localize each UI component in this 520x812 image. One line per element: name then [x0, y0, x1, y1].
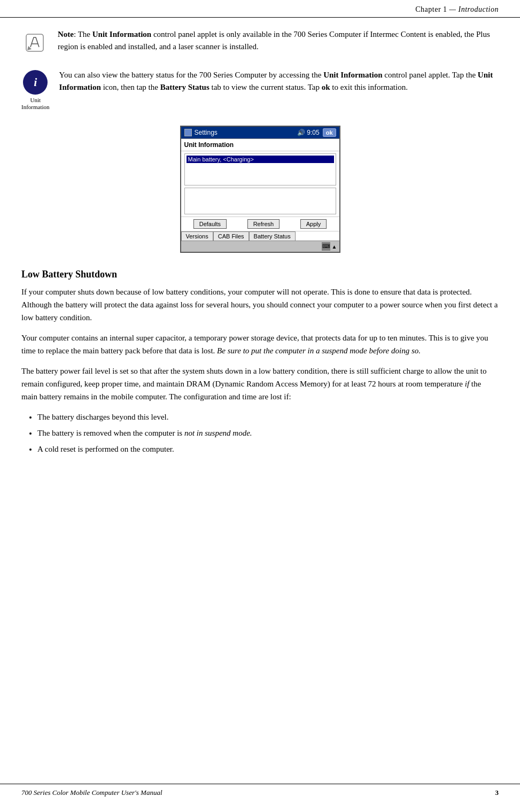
low-battery-para2: Your computer contains an internal super… — [21, 331, 499, 357]
header-separator: — — [447, 5, 459, 13]
titlebar-title: Settings — [195, 129, 218, 136]
bullet-item-1: The battery discharges beyond this level… — [37, 411, 499, 423]
pencil-icon — [23, 31, 46, 55]
note-block: Note: The Unit Information control panel… — [21, 28, 499, 56]
italic-text-1: Be sure to put the computer in a suspend… — [217, 346, 421, 355]
tab-cab-files[interactable]: CAB Files — [213, 231, 249, 241]
info-circle: i — [23, 70, 48, 95]
tab-spacer — [296, 231, 339, 241]
note-text: Note: The Unit Information control panel… — [58, 28, 499, 53]
page-header: Chapter 1 — Introduction — [0, 0, 520, 18]
empty-area — [184, 188, 336, 214]
button-row: Defaults Refresh Apply — [181, 216, 339, 231]
tab-battery-status[interactable]: Battery Status — [249, 231, 296, 241]
info-block: i UnitInformation You can also view the … — [21, 69, 499, 111]
bullet-item-2: The battery is removed when the computer… — [37, 427, 499, 439]
unit-info-title: Unit Information — [181, 139, 339, 151]
main-content: Note: The Unit Information control panel… — [0, 28, 520, 506]
ok-button[interactable]: ok — [323, 128, 336, 137]
bullet-list: The battery discharges beyond this level… — [37, 411, 499, 455]
info-bold4: ok — [322, 83, 330, 91]
header-chapter: Chapter 1 — [415, 5, 447, 13]
titlebar-volume: 🔊 9:05 — [297, 129, 320, 136]
note-bold-unit-info: Unit Information — [92, 30, 151, 38]
bullet-item-3: A cold reset is performed on the compute… — [37, 443, 499, 455]
device-taskbar: ⌨ ▲ — [181, 241, 339, 252]
screenshot-container: Settings 🔊 9:05 ok Unit Information Main… — [21, 126, 499, 253]
note-icon — [21, 29, 48, 56]
footer-page-number: 3 — [495, 788, 499, 797]
titlebar-right: 🔊 9:05 ok — [297, 128, 336, 137]
info-bold2: Unit Information — [59, 71, 493, 91]
italic-if: if — [465, 380, 469, 388]
tab-versions[interactable]: Versions — [181, 231, 213, 241]
apply-button[interactable]: Apply — [300, 219, 327, 229]
note-bold-label: Note — [58, 30, 74, 38]
list-area[interactable]: Main battery, <Charging> — [184, 153, 336, 185]
device-content: Unit Information Main battery, <Charging… — [181, 138, 339, 252]
page-footer: 700 Series Color Mobile Computer User's … — [0, 784, 520, 801]
info-icon-container: i UnitInformation — [21, 70, 50, 111]
keyboard-icon: ⌨ — [322, 242, 330, 251]
header-text: Chapter 1 — Introduction — [415, 5, 499, 14]
device-titlebar: Settings 🔊 9:05 ok — [181, 127, 339, 138]
page-container: Chapter 1 — Introduction Note: The Unit … — [0, 0, 520, 812]
section-title-low-battery: Low Battery Shutdown — [21, 269, 499, 280]
tab-row: Versions CAB Files Battery Status — [181, 231, 339, 241]
info-label: UnitInformation — [21, 97, 50, 111]
defaults-button[interactable]: Defaults — [193, 219, 227, 229]
italic-not-suspend: not in suspend mode. — [184, 429, 252, 437]
titlebar-left: Settings — [184, 129, 218, 136]
low-battery-para1: If your computer shuts down because of l… — [21, 285, 499, 324]
info-bold3: Battery Status — [160, 83, 209, 91]
list-item: Main battery, <Charging> — [187, 156, 334, 163]
device-screen: Settings 🔊 9:05 ok Unit Information Main… — [180, 126, 340, 253]
title-icon — [184, 129, 192, 136]
info-text: You can also view the battery status for… — [59, 69, 499, 94]
refresh-button[interactable]: Refresh — [247, 219, 280, 229]
footer-manual-title: 700 Series Color Mobile Computer User's … — [21, 788, 162, 797]
low-battery-para3: The battery power fail level is set so t… — [21, 365, 499, 403]
taskbar-arrow: ▲ — [332, 244, 337, 250]
info-bold1: Unit Information — [323, 71, 382, 79]
header-section: Introduction — [459, 5, 499, 13]
